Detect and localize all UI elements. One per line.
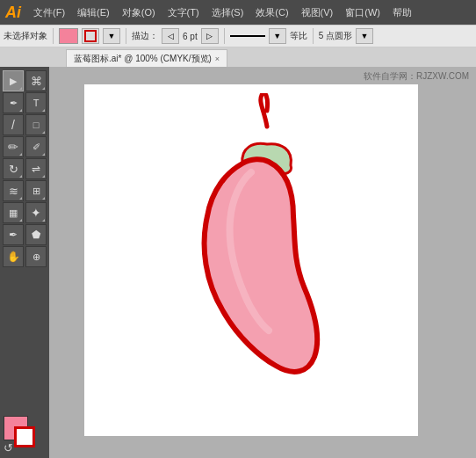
menu-type[interactable]: 文字(T): [162, 4, 205, 21]
stroke-dropdown[interactable]: ▼: [103, 28, 120, 44]
tool-row-line: / □: [2, 114, 47, 135]
divider-3: [224, 28, 225, 44]
stroke-style-dropdown[interactable]: ▼: [269, 28, 286, 44]
menu-help[interactable]: 帮助: [387, 4, 417, 21]
type-tool[interactable]: T: [25, 92, 47, 113]
app-logo: Ai: [5, 4, 21, 22]
chili-illustration: [163, 93, 357, 392]
symbol-tool[interactable]: ✦: [25, 202, 47, 223]
selection-tool[interactable]: ▶: [3, 70, 24, 91]
lasso-tool[interactable]: ⌘: [25, 70, 47, 91]
left-toolbar: ▶ ⌘ ✒ T / □ ✏ ✐ ↻ ⇌ ≋ ⊞ ▦ ✦ ✒ ⬟: [0, 67, 49, 458]
menu-effect[interactable]: 效果(C): [250, 4, 293, 21]
line-tool[interactable]: /: [3, 114, 24, 135]
selection-label: 未选择对象: [4, 30, 47, 42]
stroke-style-label: 等比: [290, 30, 307, 42]
stroke-label: 描边：: [132, 30, 158, 42]
stroke-minus[interactable]: ◁: [162, 28, 179, 44]
watermark-text: 软件自学网：RJZXW.COM: [364, 70, 469, 83]
tool-row-eyedropper: ✒ ⬟: [2, 224, 47, 245]
stroke-type-selector[interactable]: [82, 28, 99, 44]
point-shape-dropdown[interactable]: ▼: [356, 28, 373, 44]
graph-tool[interactable]: ▦: [3, 202, 24, 223]
tool-row-selection: ▶ ⌘: [2, 70, 47, 91]
blob-tool[interactable]: ✐: [25, 136, 47, 157]
fill-color-box[interactable]: [59, 28, 78, 44]
reset-colors-icon[interactable]: ↺: [4, 441, 42, 454]
warp-tool[interactable]: ≋: [3, 180, 24, 201]
menu-edit[interactable]: 编辑(E): [72, 4, 115, 21]
paint-bucket-tool[interactable]: ⬟: [25, 224, 47, 245]
tool-row-hand: ✋ ⊕: [2, 246, 47, 267]
menu-object[interactable]: 对象(O): [117, 4, 161, 21]
tab-title: 蓝莓图标.ai* @ 100% (CMYK/预览): [74, 53, 212, 65]
menu-file[interactable]: 文件(F): [28, 4, 70, 21]
brush-tool[interactable]: ✏: [3, 136, 24, 157]
menu-window[interactable]: 窗口(W): [340, 4, 386, 21]
stroke-plus[interactable]: ▷: [201, 28, 219, 44]
pen-tool[interactable]: ✒: [3, 92, 24, 113]
hand-tool[interactable]: ✋: [3, 246, 24, 267]
rotate-tool[interactable]: ↻: [3, 158, 24, 179]
menu-select[interactable]: 选择(S): [206, 4, 249, 21]
tool-row-pen: ✒ T: [2, 92, 47, 113]
selection-label-section: 未选择对象: [4, 30, 47, 42]
options-toolbar: 未选择对象 ▼ 描边： ◁ 6 pt ▷ ▼ 等比 5 点圆形 ▼: [0, 25, 476, 47]
divider-1: [53, 28, 54, 44]
tab-bar: 蓝莓图标.ai* @ 100% (CMYK/预览) ×: [0, 47, 476, 67]
tool-row-graph: ▦ ✦: [2, 202, 47, 223]
divider-4: [313, 28, 314, 44]
mirror-tool[interactable]: ⇌: [25, 158, 47, 179]
divider-2: [126, 28, 126, 44]
stroke-rect-icon: [84, 30, 97, 42]
rect-tool[interactable]: □: [25, 114, 47, 135]
scale-tool[interactable]: ⊞: [25, 180, 47, 201]
stroke-preview-line: [230, 35, 265, 37]
zoom-tool[interactable]: ⊕: [25, 246, 47, 267]
svg-rect-0: [85, 31, 96, 41]
canvas-area[interactable]: 软件自学网：RJZXW.COM: [49, 67, 476, 458]
eyedropper-tool[interactable]: ✒: [3, 224, 24, 245]
point-shape-label: 5 点圆形: [319, 30, 352, 42]
tool-row-brush: ✏ ✐: [2, 136, 47, 157]
title-bar: Ai 文件(F) 编辑(E) 对象(O) 文字(T) 选择(S) 效果(C) 视…: [0, 0, 476, 25]
menu-view[interactable]: 视图(V): [296, 4, 339, 21]
color-swatches: ↺: [4, 416, 42, 454]
swatch-stack: ↺: [4, 416, 42, 454]
tool-row-rotate: ↻ ⇌: [2, 158, 47, 179]
document-tab[interactable]: 蓝莓图标.ai* @ 100% (CMYK/预览) ×: [66, 49, 227, 67]
tab-close-button[interactable]: ×: [215, 55, 220, 63]
tool-row-warp: ≋ ⊞: [2, 180, 47, 201]
stroke-value: 6 pt: [183, 32, 198, 41]
menu-bar: 文件(F) 编辑(E) 对象(O) 文字(T) 选择(S) 效果(C) 视图(V…: [28, 4, 417, 21]
main-area: ▶ ⌘ ✒ T / □ ✏ ✐ ↻ ⇌ ≋ ⊞ ▦ ✦ ✒ ⬟: [0, 67, 476, 458]
